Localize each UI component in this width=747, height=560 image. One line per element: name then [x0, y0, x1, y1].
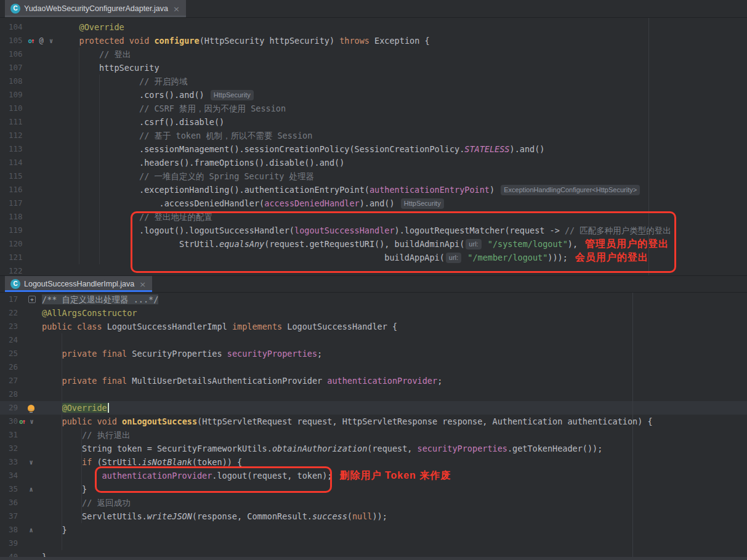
code-line[interactable]: 106 // 登出 — [0, 47, 747, 61]
annotation-gutter-icon[interactable]: @ — [37, 36, 46, 46]
window-bottom-edge — [0, 557, 747, 560]
code-line[interactable]: 107 httpSecurity — [0, 61, 747, 75]
class-icon: C — [10, 279, 20, 289]
fold-down-icon[interactable]: ∨ — [47, 36, 55, 46]
code-line[interactable]: 122 — [0, 264, 747, 275]
inlay-hint[interactable]: ExceptionHandlingConfigurer<HttpSecurity… — [501, 185, 640, 195]
pane-editor-1[interactable]: 17+/** 自定义退出处理器 ...*/22@AllArgsConstruct… — [0, 293, 747, 560]
inlay-hint[interactable]: HttpSecurity — [401, 198, 444, 209]
code-token: // 开启跨域 — [139, 76, 187, 86]
line-number: 24 — [0, 333, 18, 347]
code-line[interactable]: 120 StrUtil.equalsAny(request.getRequest… — [0, 237, 747, 251]
code-token — [117, 416, 122, 426]
code-text: // 执行退出 — [37, 428, 747, 442]
gutter-icons — [18, 496, 37, 509]
code-text: // 登出地址的配置 — [57, 210, 747, 224]
code-line[interactable]: 108 // 开启跨域 — [0, 75, 747, 88]
line-number: 117 — [0, 197, 27, 210]
code-line[interactable]: 35∧ } — [0, 482, 747, 496]
code-line[interactable]: 39 — [0, 537, 747, 550]
gutter-icons — [27, 61, 57, 75]
annotation-label: 会员用户的登出 — [575, 252, 648, 262]
code-line[interactable]: 113 .sessionManagement().sessionCreation… — [0, 142, 747, 156]
bulb-icon[interactable] — [26, 403, 36, 413]
code-line[interactable]: 34 authenticationProvider.logout(request… — [0, 469, 747, 482]
code-line[interactable]: 28 — [0, 388, 747, 401]
code-line[interactable]: 105o↑@∨ protected void configure(HttpSec… — [0, 34, 747, 47]
code-text: // 开启跨域 — [57, 75, 747, 88]
gutter-icons — [18, 333, 37, 347]
code-line[interactable]: 17+/** 自定义退出处理器 ...*/ — [0, 293, 747, 306]
code-token: null — [352, 511, 373, 521]
code-token: isNotBlank — [142, 457, 192, 467]
code-token: .getTokenHeader()); — [507, 444, 602, 453]
code-token: obtainAuthorization — [272, 444, 367, 453]
fold-down-icon[interactable]: ∨ — [26, 457, 36, 467]
implements-method-icon[interactable]: o↑ — [18, 416, 26, 426]
code-line[interactable]: 38∧ } — [0, 523, 747, 537]
code-line[interactable]: 115 // 一堆自定义的 Spring Security 处理器 — [0, 169, 747, 183]
line-number: 106 — [0, 47, 27, 61]
gutter-icons — [18, 306, 37, 320]
code-line[interactable]: 33∨ if (StrUtil.isNotBlank(token)) { — [0, 455, 747, 469]
code-line[interactable]: 37 ServletUtils.writeJSON(response, Comm… — [0, 509, 747, 523]
code-token — [483, 239, 488, 249]
close-icon[interactable]: × — [139, 280, 146, 288]
editor-tab-bottom[interactable]: C LogoutSuccessHandlerImpl.java × — [5, 276, 152, 292]
code-text: .logout().logoutSuccessHandler(logoutSuc… — [57, 224, 747, 237]
code-line[interactable]: 32 String token = SecurityFrameworkUtils… — [0, 442, 747, 455]
code-token: // 基于 token 机制，所以不需要 Session — [139, 131, 312, 140]
inlay-hint[interactable]: url: — [446, 253, 461, 263]
code-token: equalsAny — [219, 239, 264, 249]
code-token: final — [102, 349, 127, 359]
code-line[interactable]: 118 // 登出地址的配置 — [0, 210, 747, 224]
code-token: .accessDeniedHandler( — [59, 198, 264, 208]
code-token: void — [129, 36, 150, 46]
code-line[interactable]: 23public class LogoutSuccessHandlerImpl … — [0, 320, 747, 333]
code-line[interactable]: 111 .csrf().disable() — [0, 115, 747, 129]
code-text: private final SecurityProperties securit… — [37, 347, 747, 360]
line-number: 31 — [0, 428, 18, 442]
code-line[interactable]: 110 // CSRF 禁用，因为不使用 Session — [0, 102, 747, 115]
code-line[interactable]: 114 .headers().frameOptions().disable().… — [0, 156, 747, 169]
line-number: 113 — [0, 142, 27, 156]
code-line[interactable]: 25 private final SecurityProperties secu… — [0, 347, 747, 360]
code-text: // CSRF 禁用，因为不使用 Session — [57, 102, 747, 115]
code-line[interactable]: 119 .logout().logoutSuccessHandler(logou… — [0, 224, 747, 237]
code-line[interactable]: 36 // 返回成功 — [0, 496, 747, 509]
inlay-hint[interactable]: HttpSecurity — [211, 90, 254, 100]
code-line[interactable]: 22@AllArgsConstructor — [0, 306, 747, 320]
folded-plus-icon[interactable]: + — [28, 296, 36, 303]
fold-up-icon[interactable]: ∧ — [26, 525, 36, 535]
code-line[interactable]: 117 .accessDeniedHandler(accessDeniedHan… — [0, 197, 747, 210]
code-text: ServletUtils.writeJSON(response, CommonR… — [37, 509, 747, 523]
code-token: success — [312, 511, 347, 521]
code-line[interactable]: 30o↑∨ public void onLogoutSuccess(HttpSe… — [0, 415, 747, 428]
code-line[interactable]: 24 — [0, 333, 747, 347]
code-line[interactable]: 104 @Override — [0, 20, 747, 34]
code-token: ))); — [547, 253, 568, 262]
code-token: ).and() — [510, 144, 545, 154]
tab-underline — [5, 15, 186, 17]
code-line[interactable]: 26 — [0, 360, 747, 374]
gutter-icons — [18, 347, 37, 360]
code-text: @AllArgsConstructor — [37, 306, 747, 320]
code-line[interactable]: 112 // 基于 token 机制，所以不需要 Session — [0, 129, 747, 142]
fold-up-icon[interactable]: ∧ — [26, 484, 36, 494]
code-line[interactable]: 29 @Override — [0, 401, 747, 415]
code-line[interactable]: 116 .exceptionHandling().authenticationE… — [0, 183, 747, 197]
fold-down-icon[interactable]: ∨ — [28, 416, 36, 426]
inlay-hint[interactable]: url: — [466, 239, 481, 250]
code-line[interactable]: 27 private final MultiUserDetailsAuthent… — [0, 374, 747, 388]
code-token: ).logoutRequestMatcher(request -> — [395, 225, 565, 235]
code-line[interactable]: 121 buildAppApi(url: "/member/logout")))… — [0, 251, 747, 264]
code-text: .sessionManagement().sessionCreationPoli… — [57, 142, 747, 156]
line-number: 26 — [0, 360, 18, 374]
pane-editor-0[interactable]: 104 @Override105o↑@∨ protected void conf… — [0, 18, 747, 275]
close-icon[interactable]: × — [173, 5, 180, 13]
code-line[interactable]: 31 // 执行退出 — [0, 428, 747, 442]
tab-bar-top: C YudaoWebSecurityConfigurerAdapter.java… — [0, 0, 747, 18]
overrides-method-icon[interactable]: o↑ — [27, 36, 36, 46]
code-line[interactable]: 109 .cors().and() HttpSecurity — [0, 88, 747, 102]
editor-tab-top[interactable]: C YudaoWebSecurityConfigurerAdapter.java… — [5, 0, 186, 17]
